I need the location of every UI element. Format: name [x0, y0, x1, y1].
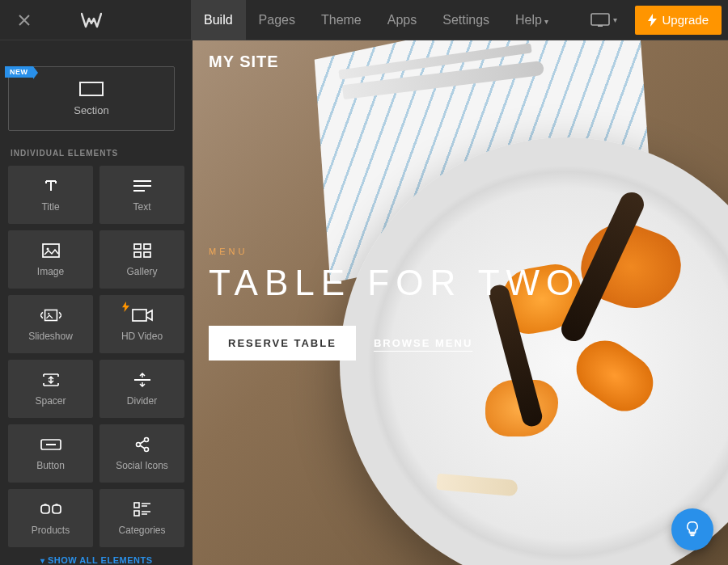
- element-title[interactable]: Title: [8, 166, 93, 224]
- svg-rect-2: [43, 244, 59, 257]
- nav-help[interactable]: Help▾: [502, 0, 561, 40]
- svg-rect-6: [134, 252, 141, 257]
- element-image[interactable]: Image: [8, 230, 93, 289]
- svg-rect-16: [53, 505, 61, 513]
- individual-elements-header: INDIVIDUAL ELEMENTS: [11, 149, 184, 158]
- pro-lightning-icon: [122, 301, 129, 312]
- element-label: Spacer: [35, 395, 66, 407]
- svg-rect-17: [134, 503, 139, 508]
- svg-rect-7: [144, 252, 150, 257]
- cutlery-graphic: [338, 57, 540, 89]
- elements-sidebar: NEW Section INDIVIDUAL ELEMENTS Title Te…: [0, 40, 193, 565]
- spacer-icon: [40, 371, 61, 389]
- lightning-icon: [648, 14, 657, 27]
- chevron-down-icon: ▾: [613, 15, 617, 24]
- element-divider[interactable]: Divider: [99, 360, 184, 418]
- svg-rect-5: [144, 244, 150, 249]
- section-icon: [79, 82, 104, 96]
- video-icon: [132, 306, 153, 324]
- hero-overline[interactable]: MENU: [209, 247, 580, 256]
- help-fab[interactable]: [671, 508, 713, 550]
- site-title[interactable]: MY SITE: [209, 53, 279, 71]
- element-label: HD Video: [121, 331, 163, 342]
- svg-rect-8: [44, 310, 57, 321]
- nav-build[interactable]: Build: [191, 0, 246, 40]
- reserve-table-button[interactable]: RESERVE TABLE: [209, 326, 356, 361]
- element-label: Gallery: [126, 266, 157, 277]
- hero-text-block[interactable]: MENU TABLE FOR TWO RESERVE TABLE BROWSE …: [209, 247, 580, 361]
- main-nav: Build Pages Theme Apps Settings Help▾: [191, 0, 581, 40]
- social-icon: [132, 436, 153, 453]
- hero-heading[interactable]: TABLE FOR TWO: [209, 263, 580, 303]
- browse-menu-link[interactable]: BROWSE MENU: [374, 337, 472, 349]
- close-icon[interactable]: [16, 12, 32, 28]
- slideshow-icon: [40, 306, 61, 324]
- weebly-logo-icon[interactable]: [81, 12, 102, 28]
- divider-icon: [132, 371, 153, 389]
- element-categories[interactable]: Categories: [99, 489, 184, 547]
- image-icon: [40, 242, 61, 259]
- svg-rect-18: [134, 511, 139, 516]
- svg-rect-1: [598, 25, 603, 27]
- element-label: Slideshow: [28, 331, 73, 342]
- element-label: Button: [36, 460, 65, 471]
- categories-icon: [132, 500, 153, 518]
- element-label: Products: [32, 525, 70, 536]
- element-products[interactable]: Products: [8, 489, 93, 547]
- products-icon: [40, 500, 61, 518]
- gallery-icon: [132, 242, 153, 259]
- element-label: Categories: [118, 525, 165, 536]
- svg-rect-10: [133, 310, 146, 321]
- svg-rect-0: [591, 14, 609, 25]
- element-button[interactable]: Button: [8, 424, 93, 483]
- nav-theme[interactable]: Theme: [308, 0, 375, 40]
- upgrade-button[interactable]: Upgrade: [635, 6, 722, 35]
- element-text[interactable]: Text: [99, 166, 184, 224]
- chevron-down-icon: ▾: [544, 17, 548, 26]
- svg-point-9: [48, 313, 49, 314]
- element-spacer[interactable]: Spacer: [8, 360, 93, 418]
- show-all-elements-link[interactable]: ▾ SHOW ALL ELEMENTS: [8, 555, 184, 565]
- element-gallery[interactable]: Gallery: [99, 230, 184, 289]
- element-label: Social Icons: [116, 460, 168, 471]
- device-preview-button[interactable]: ▾: [581, 0, 627, 40]
- top-bar: Build Pages Theme Apps Settings Help▾ ▾ …: [0, 0, 728, 40]
- button-icon: [40, 436, 61, 453]
- editor-canvas[interactable]: MY SITE MENU TABLE FOR TWO RESERVE TABLE…: [193, 40, 728, 565]
- element-social-icons[interactable]: Social Icons: [99, 424, 184, 483]
- element-label: Text: [133, 201, 150, 213]
- element-slideshow[interactable]: Slideshow: [8, 295, 93, 353]
- element-label: Section: [74, 104, 108, 116]
- nav-settings[interactable]: Settings: [430, 0, 502, 40]
- element-label: Image: [37, 266, 64, 277]
- lightbulb-icon: [684, 521, 701, 538]
- svg-rect-4: [134, 244, 141, 249]
- title-icon: [40, 177, 61, 195]
- element-label: Divider: [127, 395, 157, 407]
- new-badge: NEW: [5, 66, 33, 78]
- element-label: Title: [41, 201, 59, 213]
- chevron-down-icon: ▾: [40, 556, 45, 565]
- element-hd-video[interactable]: HD Video: [99, 295, 184, 353]
- nav-apps[interactable]: Apps: [375, 0, 430, 40]
- svg-rect-15: [41, 505, 49, 513]
- text-icon: [132, 177, 153, 195]
- nav-pages[interactable]: Pages: [246, 0, 308, 40]
